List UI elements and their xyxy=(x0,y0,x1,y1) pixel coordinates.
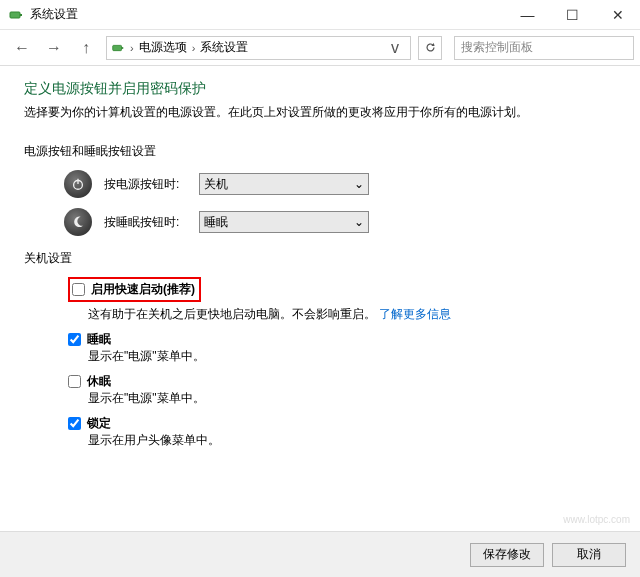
section-power-buttons: 电源按钮和睡眠按钮设置 xyxy=(24,143,616,160)
svg-rect-3 xyxy=(122,47,124,49)
breadcrumb-system-settings[interactable]: 系统设置 xyxy=(200,39,248,56)
section-shutdown: 关机设置 xyxy=(24,250,616,267)
sleep-hint: 显示在"电源"菜单中。 xyxy=(88,348,616,365)
learn-more-link[interactable]: 了解更多信息 xyxy=(379,307,451,321)
svg-rect-0 xyxy=(10,12,20,18)
hibernate-hint: 显示在"电源"菜单中。 xyxy=(88,390,616,407)
save-button[interactable]: 保存修改 xyxy=(470,543,544,567)
svg-rect-1 xyxy=(20,14,22,16)
refresh-button[interactable] xyxy=(418,36,442,60)
address-bar[interactable]: › 电源选项 › 系统设置 v xyxy=(106,36,411,60)
hibernate-option[interactable]: 休眠 xyxy=(68,373,616,390)
up-button[interactable]: ↑ xyxy=(74,36,98,60)
page-description: 选择要为你的计算机设置的电源设置。在此页上对设置所做的更改将应用于你所有的电源计… xyxy=(24,104,616,121)
separator-icon: › xyxy=(130,42,134,54)
navigation-bar: ← → ↑ › 电源选项 › 系统设置 v 搜索控制面板 xyxy=(0,30,640,66)
power-button-select[interactable]: 关机 ⌄ xyxy=(199,173,369,195)
sleep-icon xyxy=(64,208,92,236)
power-button-row: 按电源按钮时: 关机 ⌄ xyxy=(64,170,616,198)
back-button[interactable]: ← xyxy=(10,36,34,60)
cancel-button[interactable]: 取消 xyxy=(552,543,626,567)
sleep-button-label: 按睡眠按钮时: xyxy=(104,214,199,231)
fast-startup-option[interactable]: 启用快速启动(推荐) xyxy=(72,281,195,298)
close-button[interactable]: ✕ xyxy=(595,0,640,29)
breadcrumb-power-options[interactable]: 电源选项 xyxy=(139,39,187,56)
select-value: 睡眠 xyxy=(204,214,228,231)
select-value: 关机 xyxy=(204,176,228,193)
battery-icon xyxy=(111,41,125,55)
lock-checkbox[interactable] xyxy=(68,417,81,430)
hibernate-checkbox[interactable] xyxy=(68,375,81,388)
maximize-button[interactable]: ☐ xyxy=(550,0,595,29)
highlighted-option: 启用快速启动(推荐) xyxy=(68,277,201,302)
window-title: 系统设置 xyxy=(30,6,505,23)
fast-startup-checkbox[interactable] xyxy=(72,283,85,296)
battery-icon xyxy=(8,7,24,23)
fast-startup-label: 启用快速启动(推荐) xyxy=(91,281,195,298)
lock-option[interactable]: 锁定 xyxy=(68,415,616,432)
page-title: 定义电源按钮并启用密码保护 xyxy=(24,80,616,98)
refresh-icon xyxy=(424,41,437,54)
power-icon xyxy=(64,170,92,198)
address-dropdown-icon[interactable]: v xyxy=(384,37,406,59)
sleep-button-row: 按睡眠按钮时: 睡眠 ⌄ xyxy=(64,208,616,236)
search-input[interactable]: 搜索控制面板 xyxy=(454,36,634,60)
sleep-button-select[interactable]: 睡眠 ⌄ xyxy=(199,211,369,233)
chevron-down-icon: ⌄ xyxy=(354,177,364,191)
separator-icon: › xyxy=(192,42,196,54)
lock-label: 锁定 xyxy=(87,415,111,432)
footer-bar: 保存修改 取消 xyxy=(0,531,640,577)
lock-hint: 显示在用户头像菜单中。 xyxy=(88,432,616,449)
forward-button[interactable]: → xyxy=(42,36,66,60)
fast-startup-hint: 这有助于在关机之后更快地启动电脑。不会影响重启。 了解更多信息 xyxy=(88,306,616,323)
minimize-button[interactable]: — xyxy=(505,0,550,29)
sleep-label: 睡眠 xyxy=(87,331,111,348)
sleep-checkbox[interactable] xyxy=(68,333,81,346)
power-button-label: 按电源按钮时: xyxy=(104,176,199,193)
title-bar: 系统设置 — ☐ ✕ xyxy=(0,0,640,30)
hibernate-label: 休眠 xyxy=(87,373,111,390)
svg-rect-2 xyxy=(113,45,122,50)
watermark: www.lotpc.com xyxy=(563,514,630,525)
main-content: 定义电源按钮并启用密码保护 选择要为你的计算机设置的电源设置。在此页上对设置所做… xyxy=(0,66,640,449)
sleep-option[interactable]: 睡眠 xyxy=(68,331,616,348)
chevron-down-icon: ⌄ xyxy=(354,215,364,229)
